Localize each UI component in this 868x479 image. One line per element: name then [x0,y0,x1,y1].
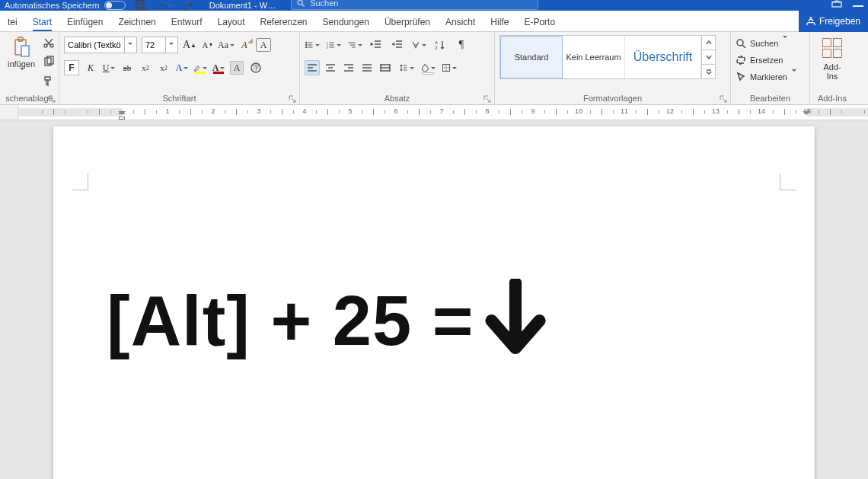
dialog-launcher-icon[interactable] [48,94,56,102]
borders-button[interactable] [442,60,457,75]
clear-formatting-icon[interactable]: A◢ [238,38,251,52]
tab-layout[interactable]: Layout [209,12,252,31]
show-marks-icon[interactable]: ¶ [454,37,469,53]
scroll-up-icon[interactable] [702,36,715,50]
search-placeholder: Suchen [310,0,338,8]
distributed-button[interactable] [378,60,393,75]
font-name-input[interactable] [65,37,124,53]
margin-corner-icon [780,174,796,190]
chevron-down-icon[interactable] [124,37,135,53]
dialog-launcher-icon[interactable] [289,94,296,102]
superscript-button[interactable]: x2 [157,61,171,75]
autosave-label: Automatisches Speichern [5,1,100,10]
chevron-down-icon[interactable] [782,38,787,49]
svg-point-5 [44,44,47,47]
character-border-icon[interactable]: A [256,38,271,52]
tab-insert[interactable]: Einfügen [59,12,110,31]
group-label: Add-Ins [815,91,850,104]
clipboard-icon [12,37,30,58]
align-center-button[interactable] [323,60,338,75]
svg-text:Z: Z [435,46,438,50]
page[interactable]: [Alt] + 25 = [53,126,815,479]
title-bar: Automatisches Speichern Dokument1 - W… S… [0,0,868,11]
ribbon-display-icon[interactable] [831,0,842,1]
increase-indent-icon[interactable] [390,37,405,53]
tab-help[interactable]: Hilfe [483,12,516,31]
strikethrough-button[interactable]: ab [120,61,134,75]
chevron-down-icon[interactable] [165,37,176,53]
svg-point-0 [298,0,302,5]
asian-layout-icon[interactable] [411,37,426,53]
paste-dropdown-icon[interactable] [19,70,24,81]
format-painter-icon[interactable] [43,75,55,89]
text-effects-button[interactable]: A [175,61,189,75]
shading-button[interactable] [420,60,436,75]
font-name-combo[interactable] [64,37,137,53]
align-right-button[interactable] [341,60,356,75]
grow-font-icon[interactable]: A▲ [183,38,196,52]
svg-point-20 [737,40,743,46]
font-size-combo[interactable] [142,37,178,53]
copy-icon[interactable] [43,56,55,70]
font-size-input[interactable] [142,37,165,53]
tab-file[interactable]: tei [0,12,25,31]
group-clipboard: infügen schenablage [0,32,59,104]
character-shading-icon[interactable]: A [230,61,244,75]
shrink-font-icon[interactable]: A▼ [201,38,215,52]
decrease-indent-icon[interactable] [369,37,384,53]
toggle-switch-icon[interactable] [104,1,126,10]
bullets-button[interactable] [305,37,320,53]
minimize-icon[interactable] [853,5,863,7]
subscript-button[interactable]: x2 [139,61,152,75]
tab-start[interactable]: Start [25,12,59,31]
tab-design[interactable]: Entwurf [164,12,210,31]
underline-button[interactable]: U [102,61,116,75]
select-button[interactable]: Markieren [736,69,796,85]
tab-draw[interactable]: Zeichnen [110,12,163,31]
chevron-down-icon[interactable] [791,72,796,82]
share-button[interactable]: Freigeben [799,11,868,32]
style-standard[interactable]: Standard [500,36,563,78]
gallery-more-icon[interactable] [702,65,715,78]
scroll-down-icon[interactable] [702,50,715,65]
horizontal-ruler[interactable]: 123456789101112131415 [0,105,868,120]
highlight-button[interactable] [193,61,207,75]
align-justify-button[interactable] [359,60,375,75]
tab-review[interactable]: Überprüfen [377,12,438,31]
change-case-button[interactable]: Aa [219,38,233,52]
dialog-launcher-icon[interactable] [483,94,491,102]
style-no-spacing[interactable]: Kein Leerraum [563,36,625,78]
group-styles: Standard Kein Leerraum Überschrift Forma… [495,32,731,104]
paste-button[interactable]: infügen [5,35,38,82]
bold-button[interactable]: F [64,60,79,75]
group-label: Absatz [305,91,490,104]
sort-icon[interactable]: AZ [432,37,448,53]
dialog-launcher-icon[interactable] [720,94,727,102]
addins-button[interactable]: Add- Ins [819,35,845,81]
share-label: Freigeben [819,16,860,27]
enclose-characters-icon[interactable]: 字 [248,60,263,75]
cut-icon[interactable] [43,37,55,51]
document-title: Dokument1 - W… [209,1,276,10]
multilevel-list-button[interactable] [347,37,362,53]
style-heading[interactable]: Überschrift [625,36,701,78]
document-body-text[interactable]: [Alt] + 25 = [107,279,784,362]
tab-mailings[interactable]: Sendungen [315,12,377,31]
italic-button[interactable]: K [84,61,97,75]
group-label: Schriftart [64,91,295,104]
search-box[interactable]: Suchen [291,0,538,10]
font-color-button[interactable]: A [212,61,225,75]
gallery-scroll [701,36,715,78]
numbering-button[interactable]: 123 [326,37,341,53]
autosave-toggle[interactable]: Automatisches Speichern [5,1,126,10]
tab-view[interactable]: Ansicht [438,12,483,31]
find-button[interactable]: Suchen [736,35,787,52]
align-left-button[interactable] [305,60,320,75]
replace-button[interactable]: Ersetzen [736,52,783,69]
tab-eporto[interactable]: E-Porto [516,12,563,31]
line-spacing-button[interactable] [399,60,414,75]
share-icon [806,17,815,26]
tab-references[interactable]: Referenzen [253,12,315,31]
svg-point-6 [50,44,53,47]
svg-point-12 [306,44,308,46]
